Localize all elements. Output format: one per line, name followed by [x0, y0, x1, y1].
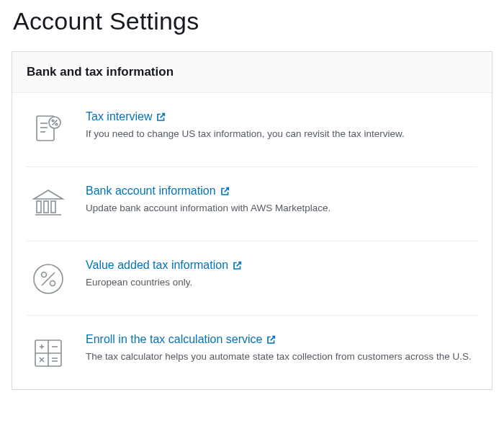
svg-marker-8 [34, 190, 63, 199]
row-content: Bank account information Update bank acc… [86, 185, 477, 216]
svg-point-14 [42, 272, 47, 278]
external-link-icon [156, 112, 166, 122]
row-tax-calc: Enroll in the tax calculation service Th… [27, 316, 477, 389]
link-label: Value added tax information [86, 259, 228, 272]
row-content: Enroll in the tax calculation service Th… [86, 333, 477, 364]
svg-rect-10 [37, 201, 41, 213]
link-label: Bank account information [86, 185, 216, 198]
document-percent-icon [27, 110, 70, 149]
svg-rect-12 [51, 201, 55, 213]
calculator-icon [27, 333, 70, 372]
link-label: Enroll in the tax calculation service [86, 333, 262, 346]
svg-line-16 [42, 272, 55, 285]
row-bank-account: Bank account information Update bank acc… [27, 167, 477, 241]
row-description: Update bank account information with AWS… [86, 202, 477, 216]
row-description: European countries only. [86, 276, 477, 290]
percent-circle-icon [27, 259, 70, 298]
bank-icon [27, 185, 70, 223]
tax-interview-link[interactable]: Tax interview [86, 110, 166, 123]
external-link-icon [266, 335, 276, 345]
external-link-icon [233, 261, 242, 270]
tax-calc-link[interactable]: Enroll in the tax calculation service [86, 333, 276, 346]
row-content: Value added tax information European cou… [86, 259, 477, 290]
external-link-icon [220, 187, 230, 196]
bank-tax-panel: Bank and tax information Tax interview [12, 51, 492, 390]
link-label: Tax interview [86, 110, 152, 123]
row-content: Tax interview If you need to change US t… [86, 110, 477, 141]
panel-header: Bank and tax information [12, 52, 492, 93]
page-title: Account Settings [13, 7, 492, 35]
vat-link[interactable]: Value added tax information [86, 259, 242, 272]
row-vat: Value added tax information European cou… [27, 241, 477, 316]
svg-rect-11 [44, 201, 48, 213]
row-description: The tax calculator helps you automate st… [86, 350, 477, 364]
bank-account-link[interactable]: Bank account information [86, 185, 230, 198]
svg-point-15 [50, 281, 55, 286]
row-description: If you need to change US tax information… [86, 128, 477, 141]
row-tax-interview: Tax interview If you need to change US t… [27, 93, 477, 167]
panel-body: Tax interview If you need to change US t… [12, 93, 492, 389]
